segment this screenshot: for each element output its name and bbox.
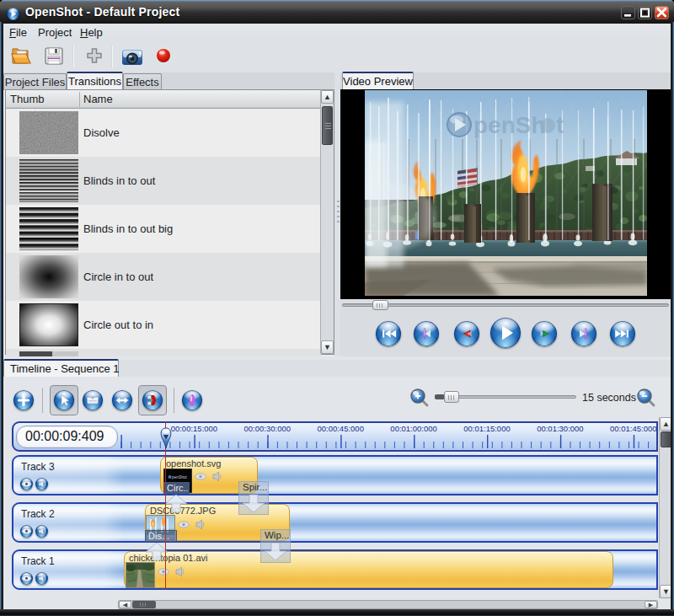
svg-text:penShot: penShot [172, 475, 188, 479]
svg-text:00:01:00:000: 00:01:00:000 [390, 424, 436, 433]
svg-text:00:01:45:000: 00:01:45:000 [610, 424, 656, 433]
svg-text:00:01:30:000: 00:01:30:000 [537, 424, 583, 433]
svg-text:00:00:30:000: 00:00:30:000 [244, 424, 291, 433]
svg-text:00:01:15:000: 00:01:15:000 [463, 424, 510, 433]
svg-text:00:00:45:000: 00:00:45:000 [317, 424, 363, 433]
svg-text:00:00:15:000: 00:00:15:000 [171, 424, 217, 433]
